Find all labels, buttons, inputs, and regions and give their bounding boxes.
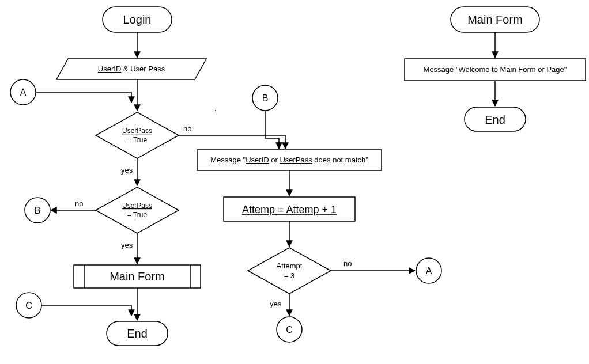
arrow-c-to-end [41,305,131,316]
arrow-dec1-no [179,135,285,149]
connector-b-left-label: B [35,206,41,215]
end-left-label: End [127,327,148,340]
dec-attempt-yes-label: yes [270,299,282,308]
decision-attempt-3: Attempt = 3 [248,248,331,294]
input-userid-word: UserID [98,65,121,73]
decision2-line2: = True [127,211,148,219]
end-terminator-left: End [107,321,168,346]
msg-userid: UserID [246,156,269,164]
attemp-word-1: Attemp [242,204,275,215]
svg-text:UserID & User Pass: UserID & User Pass [98,65,165,73]
decision-userpass-1: UserPass = True [96,112,179,158]
input-userid-userpass: UserID & User Pass [56,59,206,79]
dec-attempt-line1: Attempt [277,261,303,270]
process-attempt-increment: Attemp = Attemp + 1 [224,197,355,221]
dec2-yes-label: yes [121,241,133,249]
end-right-label: End [485,113,505,126]
dec-attempt-no-label: no [343,259,352,268]
connector-c-mid-label: C [286,325,293,335]
connector-a-left: A [10,79,36,105]
msg-suffix: does not match" [312,156,368,164]
connector-c-left: C [16,293,41,318]
decision1-line1: UserPass [122,127,152,135]
msg-or: or [269,156,280,164]
connector-b-mid-label: B [262,93,269,103]
connector-b-mid: B [252,85,278,111]
subprocess-label: Main Form [110,270,165,283]
connector-a-left-label: A [20,88,27,97]
connector-c-mid: C [277,317,302,342]
msg-prefix: Message " [210,156,246,164]
attemp-plus: + 1 [319,204,337,215]
dec-attempt-line2: = 3 [284,271,294,280]
stray-dot [215,110,216,111]
connector-c-left-label: C [25,301,32,310]
svg-marker-19 [248,248,331,294]
attemp-eq: = [275,204,286,215]
svg-marker-4 [96,112,179,158]
welcome-label: Message "Welcome to Main Form or Page" [424,65,567,74]
dec2-no-label: no [75,199,83,208]
decision2-line1: UserPass [122,202,152,210]
login-terminator: Login [103,7,172,32]
decision1-line2: = True [127,136,148,144]
input-rest: & User Pass [121,65,165,73]
connector-a-mid-label: A [426,266,432,276]
dec1-yes-label: yes [121,166,133,175]
attemp-word-2: Attemp [286,204,319,215]
connector-b-left: B [25,198,50,223]
arrow-a-to-merge [36,92,131,103]
svg-text:UserPass: UserPass [122,127,152,135]
login-label: Login [123,13,152,26]
arrow-b-down [265,111,279,149]
subprocess-main-form: Main Form [74,265,201,288]
svg-marker-6 [96,187,179,233]
mainform-terminator: Main Form [451,7,539,32]
mainform-label: Main Form [467,13,523,26]
end-terminator-right: End [465,107,526,131]
svg-text:Attemp = Attemp + 1: Attemp = Attemp + 1 [242,204,337,215]
dec1-no-label: no [183,124,191,133]
process-message-nomatch: Message "UserID or UserPass does not mat… [197,150,382,170]
decision-userpass-2: UserPass = True [96,187,179,233]
svg-text:Message "UserID or UserPass do: Message "UserID or UserPass does not mat… [210,156,368,164]
process-welcome: Message "Welcome to Main Form or Page" [405,59,586,81]
connector-a-mid: A [416,258,441,283]
svg-text:UserPass: UserPass [122,202,152,210]
msg-userpass: UserPass [280,156,312,164]
